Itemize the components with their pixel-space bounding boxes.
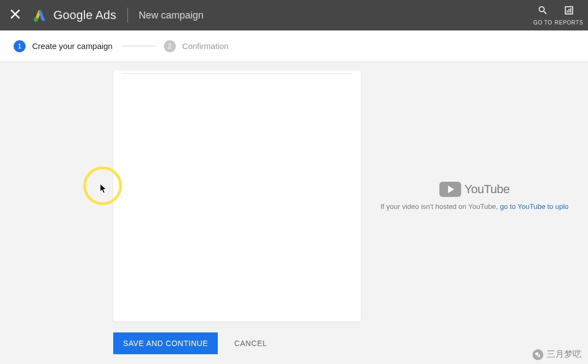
close-button[interactable] xyxy=(8,8,23,23)
cursor-icon xyxy=(100,183,107,196)
svg-point-0 xyxy=(34,17,38,22)
cancel-button[interactable]: CANCEL xyxy=(231,338,270,348)
close-icon xyxy=(10,9,20,21)
step-number: 2 xyxy=(164,40,176,52)
youtube-upload-link[interactable]: go to YouTube to uplo xyxy=(500,202,568,211)
search-icon xyxy=(537,5,548,18)
stepper-bar: 1 Create your campaign 2 Confirmation xyxy=(0,30,588,62)
action-row: SAVE AND CONTINUE CANCEL xyxy=(113,332,271,354)
step-create-campaign[interactable]: 1 Create your campaign xyxy=(14,40,113,52)
youtube-hint-panel: YouTube If your video isn't hosted on Yo… xyxy=(361,70,588,322)
svg-rect-1 xyxy=(567,10,568,13)
brand-title: Google Ads xyxy=(53,8,117,22)
step-number: 1 xyxy=(14,40,26,52)
youtube-play-icon xyxy=(439,182,461,197)
card-divider xyxy=(121,73,353,74)
youtube-caption-text: If your video isn't hosted on YouTube, xyxy=(381,202,500,211)
bar-chart-icon xyxy=(564,5,574,18)
reports-button[interactable]: REPORTS xyxy=(558,5,580,26)
page-subtitle: New campaign xyxy=(139,10,204,21)
step-label: Confirmation xyxy=(182,41,229,51)
save-and-continue-button[interactable]: SAVE AND CONTINUE xyxy=(113,332,218,354)
reports-label: REPORTS xyxy=(555,20,583,26)
step-label: Create your campaign xyxy=(32,41,113,51)
svg-rect-2 xyxy=(568,9,569,13)
google-ads-logo-icon xyxy=(33,9,47,22)
step-confirmation[interactable]: 2 Confirmation xyxy=(164,40,229,52)
goto-button[interactable]: GO TO xyxy=(531,5,554,26)
step-connector xyxy=(121,46,155,46)
content-area: YouTube If your video isn't hosted on Yo… xyxy=(0,62,588,364)
svg-rect-3 xyxy=(571,8,572,13)
youtube-caption: If your video isn't hosted on YouTube, g… xyxy=(381,202,569,211)
goto-label: GO TO xyxy=(534,20,553,26)
video-selection-card[interactable] xyxy=(113,70,361,322)
youtube-wordmark: YouTube xyxy=(464,182,510,196)
divider xyxy=(127,8,128,23)
wechat-icon xyxy=(532,349,543,360)
top-bar: Google Ads New campaign GO TO REPORTS xyxy=(0,0,588,30)
watermark: 三月梦呓 xyxy=(532,349,581,360)
youtube-logo: YouTube xyxy=(439,182,510,197)
watermark-text: 三月梦呓 xyxy=(547,349,581,360)
